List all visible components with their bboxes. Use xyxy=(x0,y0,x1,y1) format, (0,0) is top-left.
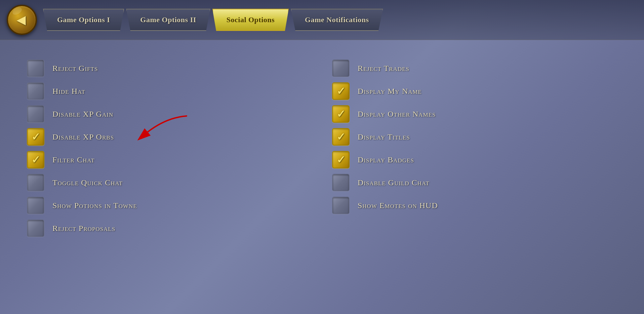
display-my-name-label: Display My Name xyxy=(358,87,422,96)
list-item: Display My Name xyxy=(332,80,617,103)
back-button[interactable] xyxy=(7,5,37,35)
disable-guild-chat-checkbox[interactable] xyxy=(332,174,350,191)
show-emotes-checkbox[interactable] xyxy=(332,197,350,214)
reject-proposals-label: Reject Proposals xyxy=(52,224,115,233)
display-badges-checkbox[interactable] xyxy=(332,151,350,168)
list-item: Show Potions in Towne xyxy=(27,194,312,217)
disable-xp-orbs-label: Disable XP Orbs xyxy=(52,132,114,142)
right-column: Reject Trades Display My Name Display Ot… xyxy=(332,57,617,240)
display-badges-label: Display Badges xyxy=(358,155,414,164)
left-column: Reject Gifts Hide Hat Disable XP Gain Di… xyxy=(27,57,312,240)
display-my-name-checkbox[interactable] xyxy=(332,82,350,100)
reject-trades-checkbox[interactable] xyxy=(332,60,350,77)
list-item: Show Emotes on HUD xyxy=(332,194,617,217)
list-item: Disable XP Orbs xyxy=(27,125,312,148)
list-item: Toggle Quick Chat xyxy=(27,171,312,194)
reject-gifts-checkbox[interactable] xyxy=(27,60,44,77)
display-other-names-label: Display Other Names xyxy=(358,110,436,119)
toggle-quick-chat-label: Toggle Quick Chat xyxy=(52,178,123,187)
reject-gifts-label: Reject Gifts xyxy=(52,64,98,73)
list-item: Reject Gifts xyxy=(27,57,312,80)
filter-chat-label: Filter Chat xyxy=(52,155,95,164)
list-item: Display Badges xyxy=(332,148,617,171)
list-item: Hide Hat xyxy=(27,80,312,103)
display-titles-label: Display Titles xyxy=(358,132,410,142)
disable-xp-gain-checkbox[interactable] xyxy=(27,105,44,123)
list-item: Display Titles xyxy=(332,125,617,148)
tab-game-options-2[interactable]: Game Options II xyxy=(126,9,210,31)
tab-social-options[interactable]: Social Options xyxy=(212,9,289,31)
filter-chat-checkbox[interactable] xyxy=(27,151,44,168)
display-other-names-checkbox[interactable] xyxy=(332,105,350,123)
list-item: Reject Proposals xyxy=(27,217,312,240)
toggle-quick-chat-checkbox[interactable] xyxy=(27,174,44,191)
disable-xp-gain-label: Disable XP Gain xyxy=(52,110,113,119)
hide-hat-checkbox[interactable] xyxy=(27,82,44,100)
list-item: Disable XP Gain xyxy=(27,103,312,125)
reject-proposals-checkbox[interactable] xyxy=(27,220,44,237)
list-item: Display Other Names xyxy=(332,103,617,125)
show-potions-label: Show Potions in Towne xyxy=(52,201,137,210)
tab-game-options-1[interactable]: Game Options I xyxy=(43,9,124,31)
reject-trades-label: Reject Trades xyxy=(358,64,409,73)
tabs: Game Options I Game Options II Social Op… xyxy=(43,9,383,31)
list-item: Disable Guild Chat xyxy=(332,171,617,194)
list-item: Reject Trades xyxy=(332,57,617,80)
disable-guild-chat-label: Disable Guild Chat xyxy=(358,178,430,187)
list-item: Filter Chat xyxy=(27,148,312,171)
header: Game Options I Game Options II Social Op… xyxy=(0,0,644,40)
show-emotes-label: Show Emotes on HUD xyxy=(358,201,438,210)
tab-game-notifications[interactable]: Game Notifications xyxy=(291,9,383,31)
hide-hat-label: Hide Hat xyxy=(52,87,85,96)
disable-xp-orbs-checkbox[interactable] xyxy=(27,128,44,146)
display-titles-checkbox[interactable] xyxy=(332,128,350,146)
show-potions-checkbox[interactable] xyxy=(27,197,44,214)
options-content: Reject Gifts Hide Hat Disable XP Gain Di… xyxy=(0,40,644,253)
